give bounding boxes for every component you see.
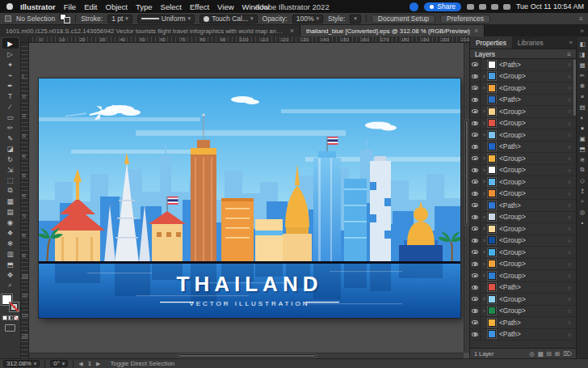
target-icon[interactable]: ○ xyxy=(565,249,573,255)
transparency-panel-icon[interactable]: ◐ xyxy=(578,113,587,121)
disclosure-icon[interactable]: › xyxy=(481,238,488,243)
layer-row[interactable]: ›<Group>○ xyxy=(470,212,576,224)
layer-row[interactable]: ›<Group>○ xyxy=(470,129,576,142)
column-graph-tool[interactable]: ▥ xyxy=(2,248,19,259)
scale-tool[interactable]: ⇲ xyxy=(2,164,19,175)
target-icon[interactable]: ○ xyxy=(565,202,573,208)
hand-tool[interactable]: ✥ xyxy=(2,269,19,280)
target-icon[interactable]: ○ xyxy=(565,238,573,243)
lasso-tool[interactable]: ⌁ xyxy=(2,70,19,80)
stroke-color-swatch[interactable] xyxy=(9,302,19,312)
transform-panel-icon[interactable]: ◇ xyxy=(578,176,587,184)
make-clipping-mask-icon[interactable]: ▩ xyxy=(538,350,544,357)
visibility-toggle[interactable] xyxy=(470,270,481,281)
fill-stroke-swatches[interactable] xyxy=(60,14,70,23)
layer-row[interactable]: ›<Group>○ xyxy=(470,82,576,95)
visibility-toggle[interactable] xyxy=(470,282,481,294)
gradient-panel-icon[interactable]: ▤ xyxy=(578,103,587,111)
control-panel-menu-icon[interactable]: ≡ xyxy=(579,15,583,23)
layer-row[interactable]: <Path>○ xyxy=(470,329,576,341)
target-icon[interactable]: ○ xyxy=(565,179,573,184)
menu-illustrator[interactable]: Illustrator xyxy=(20,2,56,11)
disclosure-icon[interactable]: › xyxy=(481,179,488,184)
layer-row[interactable]: <Path>○ xyxy=(470,282,576,294)
target-icon[interactable]: ○ xyxy=(565,85,573,91)
visibility-toggle[interactable] xyxy=(470,59,481,70)
layer-row[interactable]: ›<Group>○ xyxy=(470,165,576,177)
target-icon[interactable]: ○ xyxy=(565,155,573,161)
menu-view[interactable]: View xyxy=(217,2,233,11)
paintbrush-tool[interactable]: ✏ xyxy=(2,122,19,133)
document-tab[interactable]: 1601.m00.i125.n018.S.c12.143656942 Vecto… xyxy=(0,25,300,36)
appearance-panel-icon[interactable]: ● xyxy=(578,124,587,132)
gradient-button[interactable] xyxy=(8,315,13,320)
screen-mode-button[interactable] xyxy=(5,324,15,332)
actions-panel-icon[interactable]: ▪ xyxy=(578,218,587,226)
brush-definition-select[interactable]: Touch Cal...▾ xyxy=(200,15,257,23)
panel-tab-libraries[interactable]: Libraries xyxy=(512,36,549,49)
menu-edit[interactable]: Edit xyxy=(84,2,97,11)
layer-row[interactable]: ›<Group>○ xyxy=(470,153,576,165)
layer-row[interactable]: ›<Group>○ xyxy=(470,118,576,130)
blend-tool[interactable]: ❖ xyxy=(2,227,19,238)
swatches-panel-icon[interactable]: ▦ xyxy=(578,61,587,69)
control-center-icon[interactable] xyxy=(467,4,474,10)
type-tool[interactable]: T xyxy=(2,91,19,101)
target-icon[interactable]: ○ xyxy=(565,273,573,278)
visibility-toggle[interactable] xyxy=(470,200,481,211)
disclosure-icon[interactable]: › xyxy=(481,191,488,197)
layer-row[interactable]: ›<Group>○ xyxy=(470,223,576,235)
preferences-button[interactable]: Preferences xyxy=(440,15,490,23)
stroke-panel-icon[interactable]: ≡ xyxy=(578,92,587,100)
rotate-tool[interactable]: ↻ xyxy=(2,154,19,164)
disclosure-icon[interactable]: › xyxy=(481,121,488,126)
disclosure-icon[interactable]: › xyxy=(481,273,488,278)
scrollbar-thumb[interactable] xyxy=(465,120,468,225)
canvas-horizontal-scrollbar[interactable] xyxy=(29,353,464,358)
visibility-toggle[interactable] xyxy=(470,188,481,200)
search-icon[interactable] xyxy=(503,4,510,10)
disclosure-icon[interactable]: › xyxy=(481,85,488,91)
panel-tab-properties[interactable]: Properties xyxy=(470,36,512,49)
color-panel-icon[interactable]: ◧ xyxy=(578,40,587,48)
visibility-toggle[interactable] xyxy=(470,106,481,117)
horizontal-ruler[interactable]: 0102030405060708090100110120130140150160… xyxy=(29,36,469,43)
mesh-tool[interactable]: ▦ xyxy=(2,196,19,206)
share-button[interactable]: Share xyxy=(424,2,461,11)
visibility-toggle[interactable] xyxy=(470,142,481,153)
layer-row[interactable]: ›<Group>○ xyxy=(470,235,576,247)
target-icon[interactable]: ○ xyxy=(565,121,573,126)
disclosure-icon[interactable]: › xyxy=(481,296,488,302)
wifi-icon[interactable] xyxy=(491,4,498,10)
zoom-tool[interactable]: ⌕ xyxy=(2,280,19,290)
prev-artboard-button[interactable]: ◀ xyxy=(78,361,82,367)
menu-select[interactable]: Select xyxy=(161,2,182,11)
opacity-select[interactable]: 100%▾ xyxy=(292,15,323,23)
target-icon[interactable]: ○ xyxy=(565,61,573,67)
target-icon[interactable]: ○ xyxy=(565,285,573,290)
menu-type[interactable]: Type xyxy=(136,2,153,11)
stroke-weight-select[interactable]: 1 pt▾ xyxy=(107,15,132,23)
pen-tool[interactable]: ✒ xyxy=(2,80,19,91)
none-button[interactable] xyxy=(14,315,19,320)
menu-object[interactable]: Object xyxy=(106,2,128,11)
disclosure-icon[interactable]: › xyxy=(481,214,488,220)
next-artboard-button[interactable]: ▶ xyxy=(96,361,100,367)
symbols-panel-icon[interactable]: ✻ xyxy=(578,82,587,90)
visibility-toggle[interactable] xyxy=(470,247,481,258)
zoom-level-select[interactable]: 312.08%▾ xyxy=(3,360,40,367)
target-icon[interactable]: ○ xyxy=(565,144,573,150)
eyedropper-tool[interactable]: ◉ xyxy=(2,217,19,227)
visibility-toggle[interactable] xyxy=(470,306,481,317)
layers-panel-header[interactable]: Layers ≡ xyxy=(470,49,576,59)
target-icon[interactable]: ○ xyxy=(565,108,573,114)
selection-tool[interactable]: ▶ xyxy=(2,38,19,49)
target-icon[interactable]: ○ xyxy=(565,308,573,314)
document-setup-button[interactable]: Document Setup xyxy=(372,15,435,23)
layer-row[interactable]: <Path>○ xyxy=(470,95,576,107)
layer-row[interactable]: <Path>○ xyxy=(470,317,576,329)
menu-clock[interactable]: Tue Oct 11 10:54 AM xyxy=(516,2,584,11)
variable-width-profile-select[interactable]: Uniform▾ xyxy=(137,15,195,23)
canvas-vertical-scrollbar[interactable] xyxy=(464,43,469,353)
stroke-swatch[interactable] xyxy=(64,17,70,23)
